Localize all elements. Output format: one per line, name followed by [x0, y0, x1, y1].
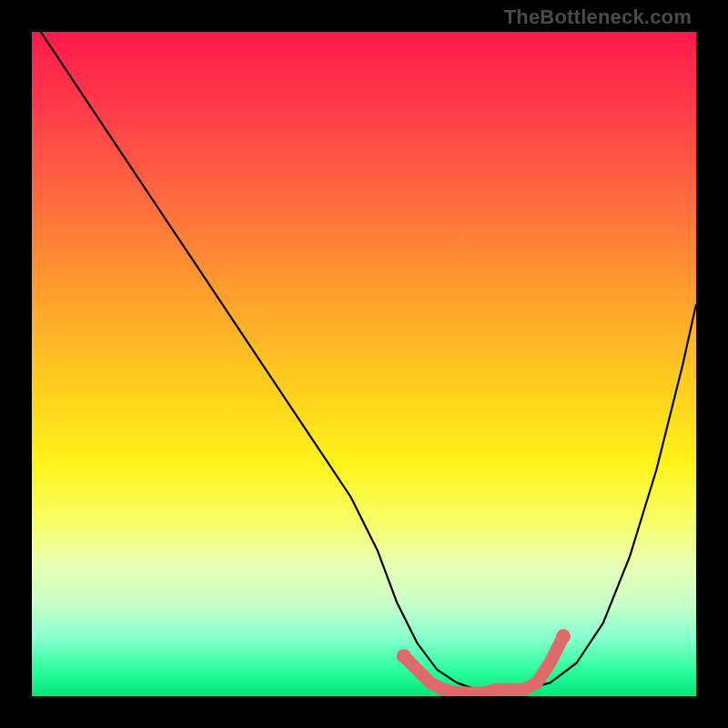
chart-plot-area	[32, 32, 696, 696]
attribution-text: TheBottleneck.com	[504, 5, 692, 29]
chart-frame: TheBottleneck.com	[0, 0, 728, 728]
chart-svg	[32, 32, 696, 696]
highlight-endpoint-dot	[556, 629, 571, 643]
flat-highlight-stroke	[404, 636, 563, 693]
highlight-endpoint-dot	[397, 649, 411, 663]
bottleneck-curve-line	[32, 32, 696, 690]
flat-highlight-dots	[397, 629, 571, 663]
